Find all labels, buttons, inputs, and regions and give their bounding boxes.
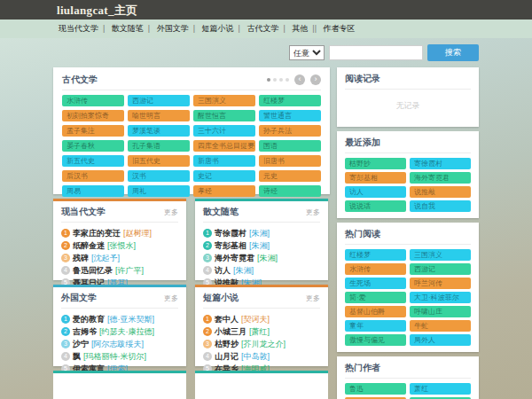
carousel-dot[interactable] [279,78,283,82]
nav-item[interactable]: 作者专区 [322,24,357,33]
book-tag[interactable]: 新唐书 [193,155,255,167]
more-link[interactable]: 更多 [306,293,320,303]
carousel-prev-icon[interactable]: ‹ [294,74,305,85]
book-tag[interactable]: 诗经 [259,185,321,197]
nav-item[interactable]: 现当代文学 [57,24,100,33]
author-tag[interactable]: 萧红 [410,383,471,395]
nav-item[interactable]: 古代文学 [245,24,280,33]
author-link[interactable]: [契诃夫] [241,315,270,324]
author-link[interactable]: [朱湘] [249,229,270,238]
author-link[interactable]: [许广平] [115,266,144,275]
author-link[interactable]: [玛格丽特·米切尔] [83,352,146,361]
carousel-dot[interactable] [267,78,270,82]
book-tag[interactable]: 孝经 [193,185,255,197]
more-link[interactable]: 更多 [164,293,178,303]
author-link[interactable]: [沈起予] [91,254,120,262]
author-link[interactable]: [朱湘] [233,266,254,275]
book-tag[interactable]: 说说话 [345,200,406,212]
book-tag[interactable]: 局外人 [410,334,471,346]
book-title-link[interactable]: 纸醉金迷 [73,241,105,250]
book-tag[interactable]: 周礼 [128,185,190,197]
author-link[interactable]: [阿尔志跋绥夫] [91,340,144,348]
nav-item[interactable]: 散文随笔 [110,24,145,33]
book-tag[interactable]: 醒世恒言 [193,110,255,121]
author-tag[interactable]: 鲁迅 [345,383,406,395]
book-title-link[interactable]: 寄徐霞村 [215,229,246,238]
book-tag[interactable]: 海外寄霓君 [410,172,471,184]
book-title-link[interactable]: 寄彭基相 [215,241,246,250]
book-tag[interactable]: 三十六计 [193,125,255,137]
book-title-link[interactable]: 访人 [215,266,231,275]
book-tag[interactable]: 初刻拍案惊奇 [62,110,124,121]
nav-item[interactable]: 短篇小说 [200,24,236,33]
carousel-dot[interactable] [286,78,289,82]
search-filter-select[interactable]: 任意 [289,45,325,60]
book-tag[interactable]: 警世通言 [259,110,321,121]
carousel-next-icon[interactable]: › [310,74,321,85]
book-tag[interactable]: 西游记 [410,263,471,275]
book-tag[interactable]: 寄彭基相 [345,172,406,184]
book-tag[interactable]: 寄徐霞村 [410,158,471,169]
book-title-link[interactable]: 残碑 [73,254,89,262]
more-link[interactable]: 更多 [306,207,320,217]
book-title-link[interactable]: 李家庄的变迁 [73,229,121,238]
book-tag[interactable]: 周易 [62,185,124,197]
book-tag[interactable]: 史记 [193,170,255,182]
book-title-link[interactable]: 飘 [73,352,81,361]
book-tag[interactable]: 呼啸山庄 [410,306,471,317]
site-title[interactable]: liulangcat_主页 [57,4,137,17]
book-tag[interactable]: 生死场 [345,278,406,289]
book-tag[interactable]: 三国演义 [410,249,471,261]
book-tag[interactable]: 孟子集注 [62,125,124,137]
book-tag[interactable]: 西游记 [128,95,190,106]
book-tag[interactable]: 水浒传 [62,95,124,106]
author-link[interactable]: [芥川龙之介] [241,340,286,348]
author-link[interactable]: [约瑟夫·康拉德] [99,327,154,336]
book-tag[interactable]: 简·爱 [345,292,406,303]
book-tag[interactable]: 说推敲 [410,186,471,198]
book-tag[interactable]: 孔子集语 [128,140,190,152]
book-title-link[interactable]: 吉姆爷 [73,327,97,336]
book-title-link[interactable]: 沙宁 [73,340,89,348]
author-link[interactable]: [萧红] [249,327,270,336]
author-link[interactable]: [德·亚米契斯] [107,315,154,324]
book-tag[interactable]: 红楼梦 [259,95,321,106]
book-tag[interactable]: 红楼梦 [345,249,406,261]
book-tag[interactable]: 童年 [345,320,406,332]
search-button[interactable]: 搜索 [427,44,479,61]
book-tag[interactable]: 晏子春秋 [62,140,124,152]
book-title-link[interactable]: 山月记 [215,352,239,361]
book-tag[interactable]: 水浒传 [345,263,406,275]
book-tag[interactable]: 孙子兵法 [259,125,321,137]
book-tag[interactable]: 国语 [259,140,321,152]
search-input[interactable] [329,45,423,60]
book-title-link[interactable]: 套中人 [215,315,239,324]
book-title-link[interactable]: 爱的教育 [73,315,105,324]
more-link[interactable]: 更多 [164,207,178,217]
book-tag[interactable]: 汉书 [128,170,190,182]
nav-item[interactable]: 其他 [290,24,309,33]
book-tag[interactable]: 后汉书 [62,170,124,182]
book-title-link[interactable]: 枯野抄 [215,340,239,348]
book-tag[interactable]: 傲慢与偏见 [345,334,406,346]
book-tag[interactable]: 喻世明言 [128,110,190,121]
book-tag[interactable]: 访人 [345,186,406,198]
book-tag[interactable]: 基督山伯爵 [345,306,406,317]
author-link[interactable]: [朱湘] [249,241,270,250]
author-link[interactable]: [赵树理] [123,229,152,238]
book-tag[interactable]: 三国演义 [193,95,255,106]
book-title-link[interactable]: 小城三月 [215,327,246,336]
book-tag[interactable]: 枯野抄 [345,158,406,169]
author-link[interactable]: [张恨水] [107,241,136,250]
book-tag[interactable]: 新五代史 [62,155,124,167]
book-tag[interactable]: 旧五代史 [128,155,190,167]
book-tag[interactable]: 元史 [259,170,321,182]
book-tag[interactable]: 说自我 [410,200,471,212]
book-tag[interactable]: 四库全书总目提要 [193,140,255,152]
carousel-dot[interactable] [273,78,277,82]
author-link[interactable]: [中岛敦] [241,352,270,361]
book-tag[interactable]: 旧唐书 [259,155,321,167]
book-title-link[interactable]: 鲁迅回忆录 [73,266,113,275]
book-tag[interactable]: 呼兰河传 [410,278,471,289]
book-tag[interactable]: 大卫·科波菲尔 [410,292,471,303]
